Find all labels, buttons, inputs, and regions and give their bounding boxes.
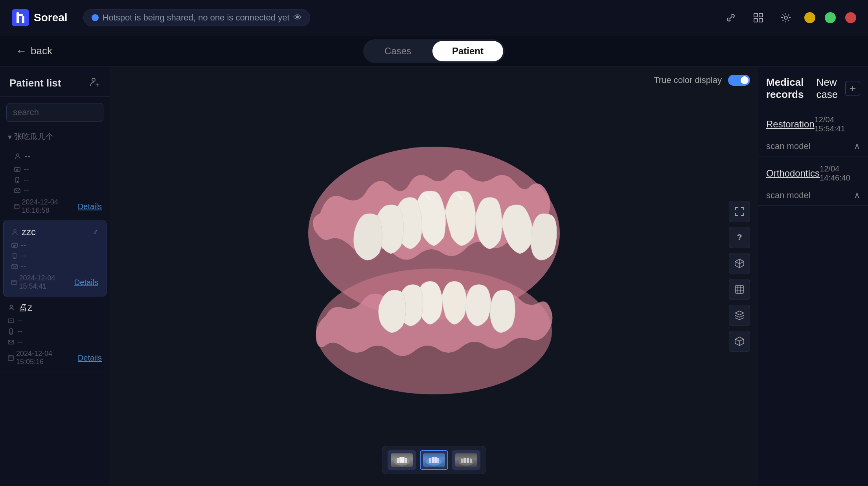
thumb-teeth-icon-3 (457, 455, 475, 466)
view-mode-2-button[interactable] (729, 279, 750, 300)
window-maximize-button[interactable] (825, 12, 836, 23)
id-icon (11, 242, 18, 249)
patient-name: zzc (11, 226, 36, 237)
svg-point-16 (14, 230, 16, 232)
patient-detail-row: -- (8, 337, 102, 347)
view-mode-3-button[interactable] (729, 305, 750, 326)
link-icon-button[interactable] (722, 9, 740, 27)
viewer-bottom-bar (382, 446, 486, 474)
add-case-button[interactable] (845, 81, 860, 96)
thumbnail-2-button[interactable] (420, 450, 448, 470)
back-label: back (31, 45, 52, 57)
logo-icon (12, 9, 29, 26)
back-arrow-icon: ← (16, 45, 27, 57)
svg-rect-33 (399, 457, 402, 463)
patient-date-row: 2024-12-04 15:54:41 Details (11, 274, 98, 291)
patient-name: -- (14, 151, 31, 162)
tab-patient[interactable]: Patient (432, 41, 503, 61)
svg-rect-5 (754, 18, 758, 22)
search-input[interactable] (13, 107, 110, 118)
hotspot-badge: Hotspot is being shared, no one is conne… (83, 9, 311, 26)
right-sidebar: Medical records New case Restoration 12/… (758, 67, 868, 486)
svg-rect-14 (15, 189, 20, 193)
expand-icon-2[interactable]: ∧ (854, 190, 860, 201)
svg-point-19 (14, 257, 15, 258)
svg-rect-4 (759, 13, 763, 17)
patient-detail-row: -- (14, 175, 102, 185)
toggle-knob (741, 76, 748, 84)
svg-point-13 (17, 181, 18, 182)
layers-icon (734, 310, 745, 320)
scan-model-label-2: scan model (766, 190, 811, 201)
details-link[interactable]: Details (74, 278, 98, 287)
record-item-header-2: Orthodontics 12/04 14:46:40 (766, 164, 860, 182)
right-header-titles: Medical records New case (766, 76, 838, 101)
add-patient-button[interactable] (89, 76, 100, 90)
view-mode-1-button[interactable] (729, 253, 750, 274)
thumb-teeth-icon (393, 455, 411, 466)
id-icon (8, 318, 14, 324)
patient-detail-row: -- (11, 250, 98, 261)
patient-name-row: -- (14, 151, 102, 162)
thumbnail-3-button[interactable] (452, 450, 480, 470)
topbar-right (722, 9, 856, 27)
tab-group: Cases Patient (363, 39, 505, 63)
add-icon (848, 84, 857, 93)
svg-rect-3 (754, 13, 758, 17)
sidebar-header: Patient list (0, 67, 110, 97)
navbar: ← back Cases Patient (0, 35, 868, 67)
phone-icon (14, 177, 20, 183)
hotspot-text: Hotspot is being shared, no one is conne… (103, 13, 290, 23)
settings-icon-button[interactable] (777, 9, 795, 27)
record-type-restoration[interactable]: Restoration (766, 119, 815, 130)
tab-cases[interactable]: Cases (365, 41, 431, 61)
group-name: 张吃瓜几个 (14, 131, 53, 142)
patient-name-row: 🖨z (8, 302, 102, 313)
help-button[interactable]: ? (729, 227, 750, 248)
new-case-subtitle: case (816, 88, 838, 101)
details-link[interactable]: Details (78, 202, 102, 211)
person-icon (8, 304, 15, 311)
view-mode-4-button[interactable] (729, 331, 750, 352)
phone-icon (8, 328, 14, 335)
email-icon (8, 339, 14, 345)
patient-list-title: Patient list (9, 77, 61, 89)
restoration-record: Restoration 12/04 15:54:41 scan model ∧ (758, 107, 868, 156)
window-minimize-button[interactable] (804, 12, 815, 23)
thumbnail-1-button[interactable] (388, 450, 416, 470)
tooth-model-viewer[interactable] (110, 67, 758, 486)
right-sidebar-header: Medical records New case (758, 67, 868, 107)
expand-icon-1[interactable]: ∧ (854, 141, 860, 151)
window-close-button[interactable] (845, 12, 856, 23)
patient-detail-row: -- (8, 326, 102, 337)
details-link[interactable]: Details (78, 353, 102, 363)
list-item[interactable]: zzc ♂ -- -- -- (3, 221, 107, 296)
svg-rect-32 (397, 458, 399, 463)
svg-point-8 (92, 78, 95, 81)
back-button[interactable]: ← back (16, 45, 52, 57)
svg-point-7 (784, 16, 787, 19)
record-type-orthodontics[interactable]: Orthodontics (766, 168, 820, 179)
list-item[interactable]: 🖨z -- -- -- 2024- (0, 296, 110, 372)
thumbnail-3 (455, 453, 477, 467)
svg-rect-27 (8, 355, 13, 360)
calendar-icon (8, 355, 14, 361)
email-icon (11, 263, 18, 270)
grid-icon-button[interactable] (749, 9, 767, 27)
svg-rect-37 (429, 458, 431, 463)
list-item[interactable]: -- -- -- -- 2024-1 (0, 145, 110, 221)
svg-rect-30 (736, 285, 743, 293)
patient-date-row: 2024-12-04 15:05:16 Details (8, 350, 102, 366)
question-mark-icon: ? (737, 232, 742, 243)
main-layout: Patient list ▾ 张吃瓜几个 (0, 67, 868, 486)
true-color-toggle[interactable] (728, 75, 750, 86)
record-date-orthodontics: 12/04 14:46:40 (820, 164, 860, 182)
viewer-right-controls: ? (729, 201, 750, 352)
cube-icon (734, 258, 745, 269)
person-icon (11, 228, 18, 236)
svg-rect-35 (405, 458, 407, 463)
svg-rect-44 (467, 458, 469, 463)
patient-detail-row: -- (14, 164, 102, 175)
svg-rect-39 (434, 457, 437, 463)
fullscreen-button[interactable] (729, 201, 750, 222)
